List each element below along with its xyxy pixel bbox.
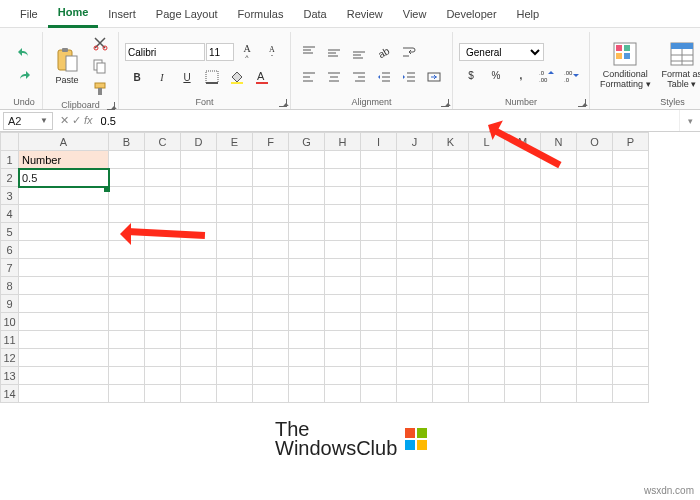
row-header-4[interactable]: 4 bbox=[1, 205, 19, 223]
cell-N9[interactable] bbox=[541, 295, 577, 313]
cell-F8[interactable] bbox=[253, 277, 289, 295]
conditional-formatting-button[interactable]: Conditional Formatting ▾ bbox=[596, 38, 655, 92]
cell-P14[interactable] bbox=[613, 385, 649, 403]
cell-C1[interactable] bbox=[145, 151, 181, 169]
cell-P10[interactable] bbox=[613, 313, 649, 331]
cell-O4[interactable] bbox=[577, 205, 613, 223]
cell-O1[interactable] bbox=[577, 151, 613, 169]
cell-J5[interactable] bbox=[397, 223, 433, 241]
cell-M3[interactable] bbox=[505, 187, 541, 205]
cell-K2[interactable] bbox=[433, 169, 469, 187]
font-size-select[interactable] bbox=[206, 43, 234, 61]
orientation-button[interactable]: ab bbox=[372, 41, 396, 63]
cell-A12[interactable] bbox=[19, 349, 109, 367]
cell-A5[interactable] bbox=[19, 223, 109, 241]
cell-J10[interactable] bbox=[397, 313, 433, 331]
font-launcher-icon[interactable] bbox=[279, 99, 287, 107]
cell-F2[interactable] bbox=[253, 169, 289, 187]
cell-H13[interactable] bbox=[325, 367, 361, 385]
cell-B1[interactable] bbox=[109, 151, 145, 169]
cell-P9[interactable] bbox=[613, 295, 649, 313]
name-box[interactable]: A2▼ bbox=[3, 112, 53, 130]
align-top-button[interactable] bbox=[297, 41, 321, 63]
cell-O12[interactable] bbox=[577, 349, 613, 367]
cell-G3[interactable] bbox=[289, 187, 325, 205]
cell-E2[interactable] bbox=[217, 169, 253, 187]
cell-D12[interactable] bbox=[181, 349, 217, 367]
col-header-P[interactable]: P bbox=[613, 133, 649, 151]
cell-D2[interactable] bbox=[181, 169, 217, 187]
redo-button[interactable] bbox=[12, 65, 36, 87]
cell-F1[interactable] bbox=[253, 151, 289, 169]
cell-L12[interactable] bbox=[469, 349, 505, 367]
cell-A13[interactable] bbox=[19, 367, 109, 385]
cell-D1[interactable] bbox=[181, 151, 217, 169]
cell-J14[interactable] bbox=[397, 385, 433, 403]
row-header-6[interactable]: 6 bbox=[1, 241, 19, 259]
cell-N10[interactable] bbox=[541, 313, 577, 331]
cell-E13[interactable] bbox=[217, 367, 253, 385]
cell-L4[interactable] bbox=[469, 205, 505, 223]
cell-G2[interactable] bbox=[289, 169, 325, 187]
cell-O3[interactable] bbox=[577, 187, 613, 205]
cell-O14[interactable] bbox=[577, 385, 613, 403]
cell-L11[interactable] bbox=[469, 331, 505, 349]
cell-M5[interactable] bbox=[505, 223, 541, 241]
cell-P11[interactable] bbox=[613, 331, 649, 349]
cell-D10[interactable] bbox=[181, 313, 217, 331]
cell-B5[interactable] bbox=[109, 223, 145, 241]
col-header-I[interactable]: I bbox=[361, 133, 397, 151]
row-header-3[interactable]: 3 bbox=[1, 187, 19, 205]
cell-A7[interactable] bbox=[19, 259, 109, 277]
row-header-8[interactable]: 8 bbox=[1, 277, 19, 295]
cell-M8[interactable] bbox=[505, 277, 541, 295]
cell-J11[interactable] bbox=[397, 331, 433, 349]
row-header-5[interactable]: 5 bbox=[1, 223, 19, 241]
cell-C9[interactable] bbox=[145, 295, 181, 313]
cell-J1[interactable] bbox=[397, 151, 433, 169]
cell-H8[interactable] bbox=[325, 277, 361, 295]
cell-A11[interactable] bbox=[19, 331, 109, 349]
cell-A4[interactable] bbox=[19, 205, 109, 223]
col-header-F[interactable]: F bbox=[253, 133, 289, 151]
cell-K6[interactable] bbox=[433, 241, 469, 259]
cell-B2[interactable] bbox=[109, 169, 145, 187]
cell-H4[interactable] bbox=[325, 205, 361, 223]
cell-G11[interactable] bbox=[289, 331, 325, 349]
percent-button[interactable]: % bbox=[484, 64, 508, 86]
cell-B6[interactable] bbox=[109, 241, 145, 259]
cell-P3[interactable] bbox=[613, 187, 649, 205]
cell-H5[interactable] bbox=[325, 223, 361, 241]
increase-indent-button[interactable] bbox=[397, 66, 421, 88]
cell-N8[interactable] bbox=[541, 277, 577, 295]
cell-N12[interactable] bbox=[541, 349, 577, 367]
cell-J2[interactable] bbox=[397, 169, 433, 187]
cell-L1[interactable] bbox=[469, 151, 505, 169]
col-header-E[interactable]: E bbox=[217, 133, 253, 151]
cell-A3[interactable] bbox=[19, 187, 109, 205]
tab-view[interactable]: View bbox=[393, 2, 437, 26]
cell-J3[interactable] bbox=[397, 187, 433, 205]
cell-P13[interactable] bbox=[613, 367, 649, 385]
tab-file[interactable]: File bbox=[10, 2, 48, 26]
tab-formulas[interactable]: Formulas bbox=[228, 2, 294, 26]
align-center-button[interactable] bbox=[322, 66, 346, 88]
cell-E11[interactable] bbox=[217, 331, 253, 349]
cell-J4[interactable] bbox=[397, 205, 433, 223]
cell-L14[interactable] bbox=[469, 385, 505, 403]
cell-M7[interactable] bbox=[505, 259, 541, 277]
cell-G5[interactable] bbox=[289, 223, 325, 241]
tab-data[interactable]: Data bbox=[293, 2, 336, 26]
cell-F10[interactable] bbox=[253, 313, 289, 331]
cell-E12[interactable] bbox=[217, 349, 253, 367]
tab-home[interactable]: Home bbox=[48, 0, 99, 28]
cell-I1[interactable] bbox=[361, 151, 397, 169]
cell-K11[interactable] bbox=[433, 331, 469, 349]
cell-M13[interactable] bbox=[505, 367, 541, 385]
cell-G13[interactable] bbox=[289, 367, 325, 385]
cell-K13[interactable] bbox=[433, 367, 469, 385]
cell-B9[interactable] bbox=[109, 295, 145, 313]
cut-button[interactable] bbox=[88, 32, 112, 54]
cell-K5[interactable] bbox=[433, 223, 469, 241]
tab-review[interactable]: Review bbox=[337, 2, 393, 26]
